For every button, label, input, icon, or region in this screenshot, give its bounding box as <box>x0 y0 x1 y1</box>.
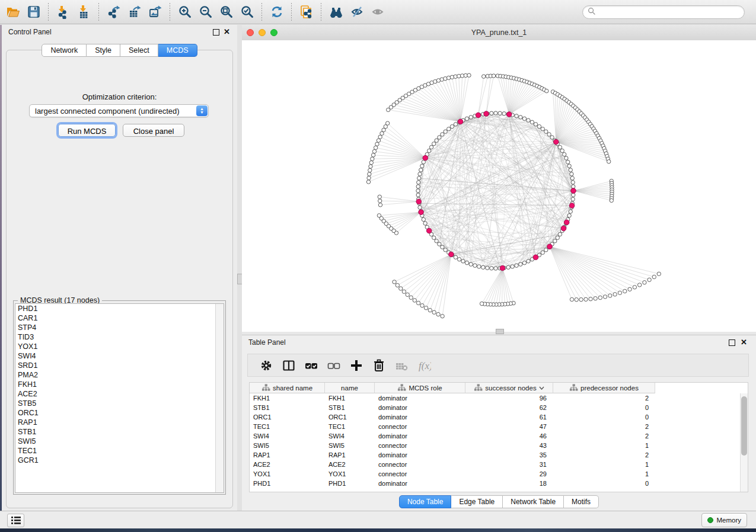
network-search-input[interactable] <box>582 5 745 19</box>
header-filler <box>655 383 748 393</box>
network-graph[interactable] <box>242 40 756 332</box>
mcds-result-item[interactable]: ORC1 <box>15 408 224 418</box>
mcds-result-item[interactable]: CAR1 <box>15 313 224 323</box>
mcds-result-item[interactable]: SRD1 <box>15 361 224 370</box>
control-panel-header: Control Panel ✕ <box>2 25 237 39</box>
hide-graphics-details-icon[interactable] <box>346 2 367 21</box>
network-window-titlebar[interactable]: YPA_prune.txt_1 <box>242 25 756 41</box>
function-builder-icon[interactable]: f(x) <box>413 357 435 374</box>
table-scrollbar[interactable] <box>740 393 748 492</box>
criterion-selected-value: largest connected component (undirected) <box>35 107 180 116</box>
tab-network[interactable]: Network <box>42 44 87 57</box>
settings-icon[interactable] <box>255 357 277 374</box>
import-table-icon[interactable] <box>74 2 94 21</box>
table-row[interactable]: FKH1FKH1dominator962 <box>250 393 748 403</box>
cell-shared-name: YOX1 <box>250 469 325 479</box>
delete-table-icon[interactable] <box>390 357 413 374</box>
mcds-result-item[interactable]: RAP1 <box>15 418 224 427</box>
float-panel-icon[interactable] <box>213 29 219 36</box>
deselect-all-icon[interactable] <box>323 357 345 374</box>
search-binoculars-icon[interactable] <box>326 2 346 21</box>
mcds-result-item[interactable]: FKH1 <box>15 380 224 389</box>
table-row[interactable]: SWI4SWI4dominator462 <box>250 431 748 441</box>
delete-row-icon[interactable] <box>368 357 390 374</box>
add-row-icon[interactable] <box>345 357 368 374</box>
show-column-panel-icon[interactable] <box>277 357 300 374</box>
workspace: Control Panel ✕ NetworkStyleSelectMCDS O… <box>0 25 756 511</box>
column-header-name[interactable]: name <box>325 383 375 393</box>
tab-network-table[interactable]: Network Table <box>503 495 564 508</box>
show-graphics-details-icon[interactable] <box>367 2 388 21</box>
mcds-result-item[interactable]: YOX1 <box>15 342 224 351</box>
tab-mcds[interactable]: MCDS <box>158 44 197 57</box>
task-history-button[interactable] <box>7 514 24 527</box>
mcds-result-item[interactable]: SWI5 <box>15 437 224 446</box>
mcds-result-item[interactable]: TEC1 <box>15 446 224 456</box>
select-all-icon[interactable] <box>300 357 323 374</box>
network-and-table-area: YPA_prune.txt_1 Table Panel ✕ f(x) share… <box>242 25 756 511</box>
export-image-icon[interactable] <box>145 2 165 21</box>
table-row[interactable]: YOX1YOX1connector291 <box>250 469 748 479</box>
horizontal-splitter-handle[interactable] <box>496 329 504 334</box>
memory-label: Memory <box>716 517 741 524</box>
mcds-result-item[interactable]: GCR1 <box>15 456 224 465</box>
table-row[interactable]: ACE2ACE2connector311 <box>250 460 748 469</box>
cell-predecessor-nodes: 0 <box>553 412 655 422</box>
tab-select[interactable]: Select <box>120 44 158 57</box>
memory-button[interactable]: Memory <box>701 513 747 527</box>
mcds-result-item[interactable]: ACE2 <box>15 389 224 399</box>
zoom-selected-icon[interactable] <box>237 2 257 21</box>
mcds-result-item[interactable]: STB1 <box>15 427 224 437</box>
cell-shared-name: ORC1 <box>250 412 325 422</box>
tab-node-table[interactable]: Node Table <box>399 495 452 508</box>
table-scrollbar-thumb[interactable] <box>741 396 747 456</box>
network-view-window: YPA_prune.txt_1 <box>242 25 756 332</box>
close-panel-button[interactable]: Close panel <box>123 124 184 137</box>
cell-shared-name: RAP1 <box>250 450 325 460</box>
close-panel-icon[interactable]: ✕ <box>224 27 230 36</box>
mcds-result-item[interactable]: PHD1 <box>15 304 224 313</box>
tab-motifs[interactable]: Motifs <box>564 495 599 508</box>
mcds-result-item[interactable]: PMA2 <box>15 370 224 380</box>
cell-MCDS-role: connector <box>375 441 465 450</box>
cell-predecessor-nodes: 1 <box>553 441 655 450</box>
zoom-fit-icon[interactable] <box>216 2 237 21</box>
cell-shared-name: SWI4 <box>250 431 325 441</box>
tab-style[interactable]: Style <box>87 44 120 57</box>
cell-name: STB1 <box>325 403 375 412</box>
mcds-result-item[interactable]: STB5 <box>15 399 224 408</box>
column-header-shared-name[interactable]: shared name <box>250 383 325 393</box>
mcds-list-scrollbar[interactable] <box>215 304 224 492</box>
optimization-criterion-select[interactable]: largest connected component (undirected)… <box>29 104 209 117</box>
tab-edge-table[interactable]: Edge Table <box>451 495 503 508</box>
network-canvas[interactable] <box>242 40 756 332</box>
column-header-MCDS-role[interactable]: MCDS role <box>375 383 465 393</box>
table-row[interactable]: SWI5SWI5connector431 <box>250 441 748 450</box>
close-table-panel-icon[interactable]: ✕ <box>741 338 747 347</box>
refresh-layout-icon[interactable] <box>266 2 287 21</box>
cell-MCDS-role: connector <box>375 422 465 431</box>
export-table-icon[interactable] <box>124 2 145 21</box>
table-row[interactable]: RAP1RAP1dominator352 <box>250 450 748 460</box>
float-table-panel-icon[interactable] <box>729 339 735 346</box>
cell-name: SWI5 <box>325 441 375 450</box>
column-header-predecessor-nodes[interactable]: predecessor nodes <box>553 383 655 393</box>
table-row[interactable]: PHD1PHD1dominator180 <box>250 479 748 488</box>
mcds-result-item[interactable]: TID3 <box>15 332 224 342</box>
share-document-icon[interactable] <box>296 2 317 21</box>
open-session-icon[interactable] <box>2 2 23 21</box>
export-network-icon[interactable] <box>103 2 124 21</box>
mcds-result-item[interactable]: STP4 <box>15 323 224 332</box>
table-row[interactable]: TEC1TEC1connector472 <box>250 422 748 431</box>
table-row[interactable]: STB1STB1dominator620 <box>250 403 748 412</box>
zoom-out-icon[interactable] <box>195 2 216 21</box>
cell-name: SWI4 <box>325 431 375 441</box>
zoom-in-icon[interactable] <box>174 2 195 21</box>
run-mcds-button[interactable]: Run MCDS <box>58 124 116 137</box>
save-session-icon[interactable] <box>23 2 44 21</box>
import-network-icon[interactable] <box>53 2 74 21</box>
column-header-successor-nodes[interactable]: successor nodes <box>465 383 553 393</box>
mcds-result-item[interactable]: SWI4 <box>15 351 224 361</box>
table-row[interactable]: ORC1ORC1dominator610 <box>250 412 748 422</box>
mcds-result-list[interactable]: PHD1CAR1STP4TID3YOX1SWI4SRD1PMA2FKH1ACE2… <box>15 303 224 493</box>
